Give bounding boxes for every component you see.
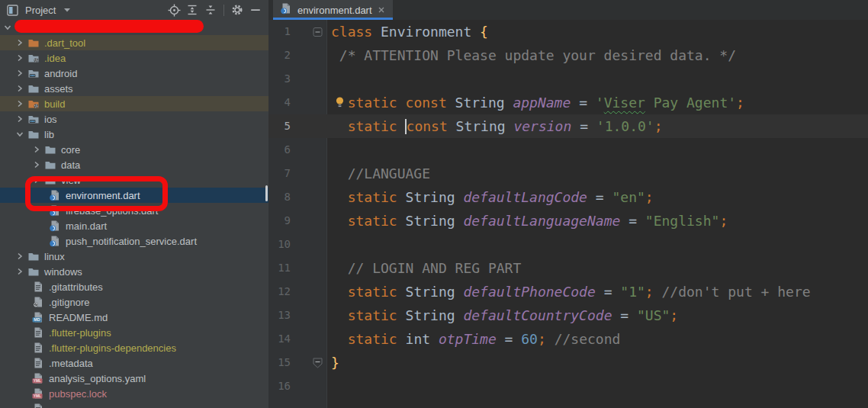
chevron-right-icon[interactable] <box>15 69 24 78</box>
collapse-all-icon[interactable] <box>204 3 217 17</box>
yaml-file-icon: YML <box>32 372 44 384</box>
tree-item-push-notification-service-dart[interactable]: push_notification_service.dart <box>0 233 268 249</box>
code-text[interactable] <box>326 138 868 162</box>
tab-environment-dart[interactable]: environment.dart <box>273 0 393 20</box>
tab-close-icon[interactable] <box>378 3 385 17</box>
code-line-6: 6 <box>268 138 868 162</box>
tree-item-label: lib <box>44 129 54 140</box>
locate-file-icon[interactable] <box>167 3 181 17</box>
chevron-down-icon[interactable] <box>3 23 12 32</box>
code-line-9: 9 static String defaultLanguageName = "E… <box>268 209 868 233</box>
toolbar-separator <box>223 5 224 16</box>
text-file-icon <box>32 326 44 339</box>
tree-item-assets[interactable]: assets <box>0 81 268 96</box>
tree-item--idea[interactable]: .idea <box>0 50 268 66</box>
folder-gear-icon <box>27 52 40 64</box>
line-number: 2 <box>268 43 326 67</box>
tree-item-windows[interactable]: windows <box>0 264 268 279</box>
text-file-icon <box>32 357 44 369</box>
code-text[interactable] <box>326 67 868 91</box>
code-text[interactable]: static int otpTime = 60; //second <box>326 327 868 351</box>
line-number: 10 <box>268 233 326 256</box>
tree-item-pubspec-lock[interactable]: YMLpubspec.lock <box>0 386 268 401</box>
code-text[interactable] <box>326 374 868 398</box>
tree-item-readme-md[interactable]: MDREADME.md <box>0 310 268 325</box>
tree-item-core[interactable]: core <box>0 142 268 157</box>
code-text[interactable]: static String defaultLangCode = "en"; <box>326 185 868 209</box>
code-text[interactable]: class Environment { <box>326 20 868 43</box>
expand-all-icon[interactable] <box>185 3 199 17</box>
chevron-right-icon[interactable] <box>15 99 24 108</box>
code-text[interactable]: /* ATTENTION Please update your desired … <box>326 43 868 67</box>
chevron-down-icon[interactable] <box>15 130 24 139</box>
tree-item-main-dart[interactable]: main.dart <box>0 218 268 233</box>
chevron-right-icon[interactable] <box>32 175 41 185</box>
line-number: 9 <box>268 209 326 233</box>
tree-item-label: .gitattributes <box>49 281 103 293</box>
line-number: 4 <box>268 91 326 114</box>
hide-panel-icon[interactable] <box>249 3 262 17</box>
tree-item-firebase-options-dart[interactable]: firebase_options.dart <box>0 203 268 218</box>
editor-tab-bar: environment.dart <box>268 0 868 20</box>
code-text[interactable]: static const String version = '1.0.0'; <box>326 114 868 138</box>
tree-item--gitattributes[interactable]: .gitattributes <box>0 279 268 294</box>
tree-item-partial[interactable] <box>0 401 268 408</box>
dart-file-icon <box>280 2 292 18</box>
project-title[interactable]: Project <box>25 5 56 16</box>
tree-item--gitignore[interactable]: .gitignore <box>0 294 268 310</box>
fold-start-icon[interactable] <box>313 27 323 37</box>
code-editor: 1class Environment {2 /* ATTENTION Pleas… <box>268 20 868 408</box>
chevron-right-icon[interactable] <box>15 84 24 93</box>
line-number: 8 <box>268 185 326 209</box>
tree-item-build[interactable]: build <box>0 96 268 111</box>
chevron-right-icon[interactable] <box>15 267 24 276</box>
code-text[interactable]: static String defaultPhoneCode = "1"; //… <box>326 280 868 304</box>
folder-icon <box>44 159 56 171</box>
tree-item-environment-dart[interactable]: environment.dart <box>0 188 268 203</box>
tree-item-linux[interactable]: linux <box>0 249 268 264</box>
fold-end-icon[interactable] <box>313 358 323 368</box>
tree-item-data[interactable]: data <box>0 157 268 172</box>
tree-item-ios[interactable]: ios <box>0 111 268 127</box>
intention-bulb-icon[interactable] <box>334 96 346 108</box>
tree-item-analysis-options-yaml[interactable]: YMLanalysis_options.yaml <box>0 371 268 386</box>
tree-item-label: analysis_options.yaml <box>49 373 146 384</box>
tree-item--flutter-plugins[interactable]: .flutter-plugins <box>0 325 268 340</box>
code-line-5: 5 static const String version = '1.0.0'; <box>268 114 868 138</box>
code-text[interactable]: //LANGUAGE <box>326 162 868 185</box>
tree-item-android[interactable]: android <box>0 66 268 81</box>
tree-item-lib[interactable]: lib <box>0 127 268 142</box>
chevron-right-icon[interactable] <box>15 114 24 124</box>
tree-item-label: .flutter-plugins-dependencies <box>49 342 176 354</box>
chevron-right-icon[interactable] <box>32 160 41 169</box>
ide-window: Project .dart_tool.ideaandroidassetsbui <box>0 0 868 408</box>
code-text[interactable]: static String defaultLanguageName = "Eng… <box>326 209 868 233</box>
tree-item--flutter-plugins-dependencies[interactable]: .flutter-plugins-dependencies <box>0 340 268 355</box>
line-number: 14 <box>268 327 326 351</box>
line-number: 12 <box>268 280 326 304</box>
line-number: 7 <box>268 162 326 185</box>
chevron-right-icon[interactable] <box>32 145 41 154</box>
ignored-file-icon <box>32 296 44 308</box>
chevron-right-icon[interactable] <box>15 252 24 261</box>
text-file-icon <box>32 342 44 354</box>
code-line-15: 15} <box>268 351 868 374</box>
tree-item-root-redacted[interactable] <box>0 20 268 35</box>
code-text[interactable]: static String defaultCountryCode = "US"; <box>326 304 868 327</box>
tree-item--dart-tool[interactable]: .dart_tool <box>0 35 268 50</box>
code-text[interactable]: static const String appName = 'Viser Pay… <box>326 91 868 114</box>
code-line-8: 8 static String defaultLangCode = "en"; <box>268 185 868 209</box>
project-scrollbar-thumb[interactable] <box>265 185 268 201</box>
code-text[interactable] <box>326 233 868 256</box>
tree-item-label: build <box>44 98 65 110</box>
dart-file-icon <box>49 220 61 232</box>
tree-item-label: ios <box>44 114 57 125</box>
chevron-right-icon[interactable] <box>15 53 24 63</box>
code-text[interactable]: } <box>326 351 868 374</box>
dropdown-chevron-icon[interactable] <box>63 7 71 13</box>
code-text[interactable]: // LOGIN AND REG PART <box>326 256 868 280</box>
tree-item-view[interactable]: view <box>0 172 268 188</box>
settings-gear-icon[interactable] <box>230 3 244 17</box>
tree-item--metadata[interactable]: .metadata <box>0 355 268 371</box>
chevron-right-icon[interactable] <box>15 38 24 47</box>
